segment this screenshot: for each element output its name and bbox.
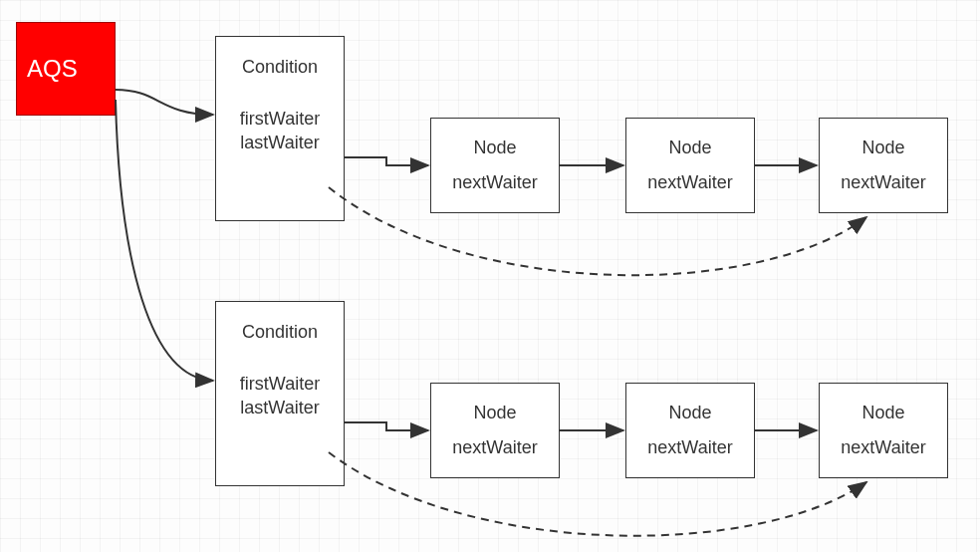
node-title: Node [668,401,711,425]
node-nextwaiter: nextWaiter [452,170,537,195]
condition-lastwaiter: lastWaiter [240,397,320,419]
node-box: Node nextWaiter [819,383,948,478]
node-title: Node [668,136,711,160]
condition-title: Condition [242,55,318,80]
condition-fields: firstWaiter lastWaiter [240,108,320,154]
node-box: Node nextWaiter [625,383,755,478]
node-nextwaiter: nextWaiter [841,170,925,195]
aqs-box: AQS [16,22,116,116]
node-nextwaiter: nextWaiter [841,435,925,460]
condition-box: Condition firstWaiter lastWaiter [215,36,345,221]
node-nextwaiter: nextWaiter [647,170,732,195]
condition-title: Condition [242,320,318,345]
node-title: Node [861,401,904,425]
node-title: Node [473,136,516,160]
condition-box: Condition firstWaiter lastWaiter [215,301,345,486]
node-title: Node [861,136,904,160]
node-box: Node nextWaiter [430,118,560,213]
node-box: Node nextWaiter [430,383,560,478]
condition-lastwaiter: lastWaiter [240,132,320,154]
node-nextwaiter: nextWaiter [647,435,732,460]
aqs-label: AQS [27,52,78,86]
node-nextwaiter: nextWaiter [452,435,537,460]
condition-firstwaiter: firstWaiter [240,108,320,131]
condition-firstwaiter: firstWaiter [240,373,320,396]
node-box: Node nextWaiter [625,118,755,213]
node-box: Node nextWaiter [819,118,948,213]
node-title: Node [473,401,516,425]
condition-fields: firstWaiter lastWaiter [240,373,320,419]
